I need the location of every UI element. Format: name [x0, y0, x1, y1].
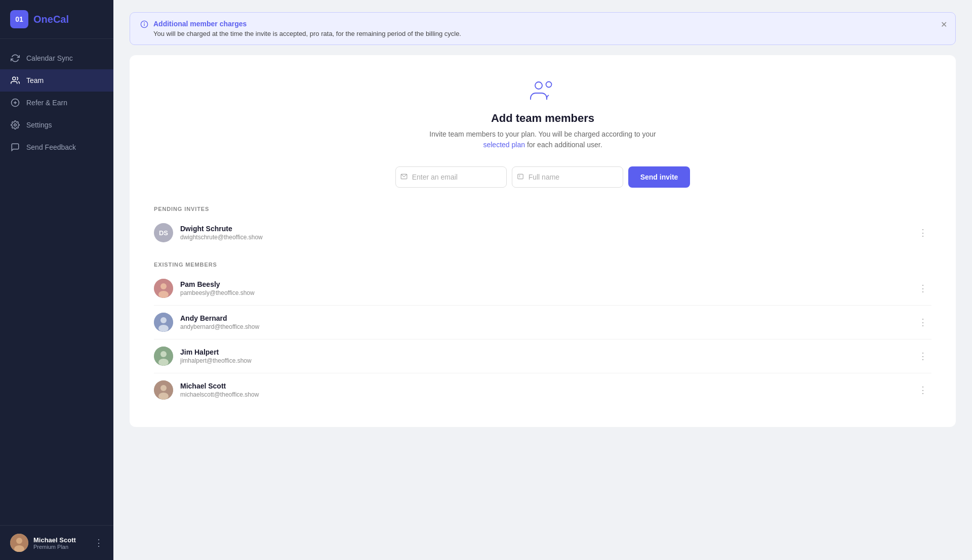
svg-point-25 [158, 359, 169, 366]
banner-close-button[interactable]: ✕ [941, 20, 947, 29]
sidebar-item-settings[interactable]: Settings [0, 114, 113, 136]
footer-user-name: Michael Scott [33, 536, 89, 544]
existing-members-label: EXISTING MEMBERS [154, 262, 932, 268]
footer-user-plan: Premium Plan [33, 544, 89, 550]
sidebar-nav: Calendar Sync Team [0, 39, 113, 525]
user-avatar [10, 534, 28, 552]
sidebar-item-team[interactable]: Team [0, 69, 113, 92]
svg-point-12 [546, 82, 552, 88]
send-invite-button[interactable]: Send invite [628, 166, 691, 188]
banner-content: Additional member charges You will be ch… [153, 20, 461, 37]
pending-invites-list: DS Dwight Schrute dwightschrute@theoffic… [154, 216, 932, 249]
team-card: Add team members Invite team members to … [130, 55, 956, 427]
pending-member-menu-button[interactable]: ⋮ [914, 225, 932, 240]
footer-user-info: Michael Scott Premium Plan [33, 536, 89, 550]
pending-member-email: dwightschrute@theoffice.show [180, 234, 907, 241]
member-row-michael: Michael Scott michaelscott@theoffice.sho… [154, 373, 932, 407]
team-icon-wrap [528, 75, 558, 106]
svg-point-0 [13, 77, 16, 80]
member-email-andy: andybernard@theoffice.show [180, 323, 907, 330]
pending-avatar-ds: DS [154, 223, 173, 242]
svg-point-24 [160, 351, 167, 357]
member-menu-andy[interactable]: ⋮ [914, 315, 932, 330]
svg-point-11 [535, 82, 542, 89]
settings-icon [10, 120, 20, 130]
selected-plan-link[interactable]: selected plan [483, 141, 525, 149]
sidebar: 01 OneCal Calendar Sync [0, 0, 113, 560]
existing-members-list: Pam Beesly pambeesly@theoffice.show ⋮ An… [154, 272, 932, 407]
svg-point-18 [160, 283, 167, 289]
member-info-jim: Jim Halpert jimhalpert@theoffice.show [180, 348, 907, 364]
pending-invites-label: PENDING INVITES [154, 206, 932, 212]
sidebar-item-settings-label: Settings [26, 121, 52, 129]
logo-mark: 01 [10, 10, 28, 28]
member-email-jim: jimhalpert@theoffice.show [180, 357, 907, 364]
pending-member-name: Dwight Schrute [180, 225, 907, 233]
footer-menu-button[interactable]: ⋮ [94, 537, 103, 548]
sidebar-footer: Michael Scott Premium Plan ⋮ [0, 525, 113, 560]
pending-member-info: Dwight Schrute dwightschrute@theoffice.s… [180, 225, 907, 241]
member-name-jim: Jim Halpert [180, 348, 907, 356]
member-info-andy: Andy Bernard andybernard@theoffice.show [180, 314, 907, 330]
member-row-jim: Jim Halpert jimhalpert@theoffice.show ⋮ [154, 339, 932, 373]
svg-point-28 [158, 393, 169, 400]
name-input[interactable] [512, 166, 623, 188]
refer-earn-icon [10, 98, 20, 108]
svg-point-6 [16, 538, 22, 544]
additional-charges-banner: Additional member charges You will be ch… [130, 12, 956, 45]
calendar-sync-icon [10, 53, 20, 63]
sidebar-item-calendar-sync[interactable]: Calendar Sync [0, 47, 113, 69]
existing-members-section: EXISTING MEMBERS Pam Beesly pambeesly@th… [154, 262, 932, 407]
page-description: Invite team members to your plan. You wi… [429, 129, 656, 150]
page-title: Add team members [491, 112, 594, 125]
sidebar-item-calendar-sync-label: Calendar Sync [26, 54, 73, 62]
sidebar-item-refer-earn[interactable]: Refer & Earn [0, 92, 113, 114]
member-menu-jim[interactable]: ⋮ [914, 349, 932, 364]
sidebar-item-send-feedback[interactable]: Send Feedback [0, 136, 113, 158]
invite-form: Send invite [154, 166, 932, 188]
member-row-pam: Pam Beesly pambeesly@theoffice.show ⋮ [154, 272, 932, 306]
member-row-andy: Andy Bernard andybernard@theoffice.show … [154, 306, 932, 339]
sidebar-item-send-feedback-label: Send Feedback [26, 143, 76, 151]
email-input[interactable] [395, 166, 507, 188]
sidebar-item-team-label: Team [26, 76, 44, 84]
info-icon [140, 20, 148, 30]
member-avatar-jim [154, 347, 173, 366]
person-icon [517, 173, 524, 182]
member-avatar-michael [154, 380, 173, 400]
member-menu-pam[interactable]: ⋮ [914, 281, 932, 296]
svg-point-22 [158, 325, 169, 332]
member-email-pam: pambeesly@theoffice.show [180, 289, 907, 296]
member-name-pam: Pam Beesly [180, 280, 907, 288]
logo[interactable]: 01 OneCal [0, 0, 113, 39]
member-name-andy: Andy Bernard [180, 314, 907, 322]
pending-invites-section: PENDING INVITES DS Dwight Schrute dwight… [154, 206, 932, 249]
pending-invite-row: DS Dwight Schrute dwightschrute@theoffic… [154, 216, 932, 249]
send-feedback-icon [10, 142, 20, 152]
banner-title: Additional member charges [153, 20, 461, 28]
email-input-wrapper [395, 166, 507, 188]
svg-point-19 [158, 291, 169, 298]
main-content: Additional member charges You will be ch… [113, 0, 972, 560]
svg-point-4 [14, 124, 17, 126]
sidebar-item-refer-earn-label: Refer & Earn [26, 99, 67, 107]
team-icon [10, 75, 20, 85]
member-name-michael: Michael Scott [180, 382, 907, 390]
member-email-michael: michaelscott@theoffice.show [180, 391, 907, 398]
member-info-pam: Pam Beesly pambeesly@theoffice.show [180, 280, 907, 296]
banner-description: You will be charged at the time the invi… [153, 30, 461, 37]
svg-point-21 [160, 317, 167, 323]
member-menu-michael[interactable]: ⋮ [914, 382, 932, 398]
logo-text: OneCal [33, 14, 69, 25]
member-avatar-andy [154, 313, 173, 332]
member-info-michael: Michael Scott michaelscott@theoffice.sho… [180, 382, 907, 398]
svg-point-27 [160, 385, 167, 391]
email-icon [400, 173, 408, 182]
name-input-wrapper [512, 166, 623, 188]
member-avatar-pam [154, 279, 173, 298]
svg-rect-14 [517, 174, 523, 179]
team-header: Add team members Invite team members to … [154, 75, 932, 150]
